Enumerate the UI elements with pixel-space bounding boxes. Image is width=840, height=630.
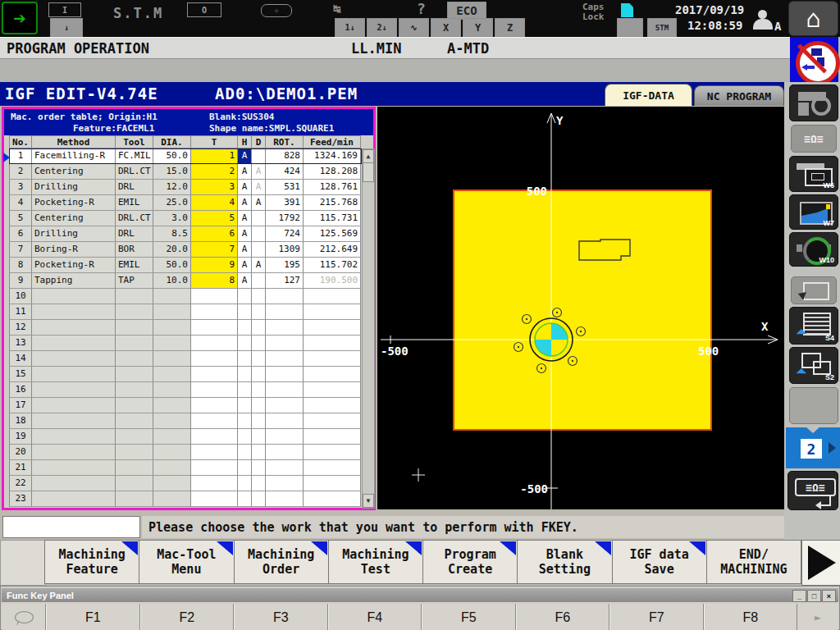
func-key-panel-titlebar[interactable]: Func Key Panel _ □ ×	[2, 588, 838, 602]
scroll-up-icon[interactable]: ▲	[363, 149, 374, 163]
fkey-button[interactable]: END/MACHINING	[707, 540, 801, 584]
home-button[interactable]: ⌂	[788, 1, 838, 36]
calculator-s4-icon[interactable]: S4	[789, 307, 838, 345]
fkey-button[interactable]: MachiningTest	[329, 540, 423, 584]
table-cell[interactable]: A	[252, 195, 266, 211]
table-cell[interactable]: 212.649	[304, 242, 361, 258]
table-row[interactable]: 16	[9, 382, 362, 398]
table-cell[interactable]	[252, 226, 266, 242]
machine-window-w6-icon[interactable]: W6	[789, 156, 838, 192]
table-row[interactable]: 11	[9, 304, 362, 320]
soft-fkey-f6[interactable]: F6	[516, 604, 610, 630]
table-row[interactable]: 12	[9, 320, 362, 336]
table-cell[interactable]: 3	[191, 180, 238, 195]
table-row[interactable]: 15	[9, 367, 362, 382]
table-cell[interactable]	[252, 148, 266, 164]
table-cell[interactable]: 424	[266, 164, 304, 180]
data-transfer-prohibited-icon[interactable]	[790, 37, 838, 82]
multi-window-s2-icon[interactable]: S2	[789, 347, 838, 384]
table-row[interactable]: 23	[9, 491, 362, 507]
work-light-icon[interactable]: ≡Ω≡	[791, 125, 837, 153]
table-cell[interactable]: 391	[266, 195, 304, 211]
fkey-more-button[interactable]: ►	[797, 604, 838, 630]
fkey-next-page-button[interactable]	[801, 540, 840, 586]
table-cell[interactable]: 128.761	[304, 180, 361, 195]
table-cell[interactable]: A	[238, 164, 252, 180]
table-cell[interactable]: A	[238, 226, 252, 242]
table-row[interactable]: 3DrillingDRL12.03AA531128.761	[9, 180, 362, 195]
maximize-button[interactable]: □	[807, 590, 821, 602]
command-input[interactable]	[2, 516, 140, 538]
table-cell[interactable]: 115.731	[304, 211, 361, 226]
table-row[interactable]: 22	[9, 476, 362, 491]
table-cell[interactable]: 1	[191, 148, 238, 164]
table-cell[interactable]: A	[238, 195, 252, 211]
window-select-icon[interactable]	[791, 276, 837, 304]
table-cell[interactable]: 6	[191, 226, 238, 242]
cycle-start-icon[interactable]: ➔	[2, 2, 38, 34]
table-cell[interactable]: 195	[266, 258, 304, 273]
screen-setting-icon[interactable]	[789, 84, 838, 121]
table-cell[interactable]: 1324.169	[304, 148, 361, 164]
table-row[interactable]: 10	[9, 289, 362, 304]
table-scrollbar[interactable]: ▲ ▼	[362, 148, 375, 509]
table-cell[interactable]: A	[252, 164, 266, 180]
table-cell[interactable]: A	[238, 211, 252, 226]
table-row[interactable]: 2CenteringDRL.CT15.02AA424128.208	[9, 164, 362, 180]
table-cell[interactable]: 1309	[266, 242, 304, 258]
soft-fkey-f5[interactable]: F5	[422, 604, 516, 630]
table-cell[interactable]: 5	[191, 211, 238, 226]
load-monitor-w7-icon[interactable]: W7	[789, 194, 838, 230]
table-row[interactable]: 18	[9, 413, 362, 429]
table-cell[interactable]: A	[252, 258, 266, 273]
fkey-button[interactable]: MachiningOrder	[235, 540, 329, 584]
table-row[interactable]: 5CenteringDRL.CT3.05A1792115.731	[9, 211, 362, 226]
table-row[interactable]: 4Pocketing-REMIL25.04AA391215.768	[9, 195, 362, 211]
table-cell[interactable]: A	[238, 148, 252, 164]
table-cell[interactable]: 1792	[266, 211, 304, 226]
table-cell[interactable]	[252, 273, 266, 289]
table-cell[interactable]	[252, 242, 266, 258]
tab-nc-program[interactable]: NC PROGRAM	[694, 85, 784, 106]
soft-fkey-f1[interactable]: F1	[46, 604, 140, 630]
table-cell[interactable]: 8	[191, 273, 238, 289]
soft-fkey-f4[interactable]: F4	[328, 604, 422, 630]
scroll-thumb[interactable]	[363, 162, 374, 182]
table-cell[interactable]: 115.702	[304, 258, 361, 273]
table-row[interactable]: 1Facemilling-RFC.MIL50.01A8281324.169	[9, 148, 362, 164]
table-row[interactable]: 9TappingTAP10.08A127190.500	[9, 273, 362, 289]
shape-preview-area[interactable]: Y X 500 -500 500 -500	[377, 107, 784, 509]
table-row[interactable]: 21	[9, 460, 362, 476]
light-setting-icon[interactable]: ≡Ω≡	[788, 471, 838, 510]
table-row[interactable]: 14	[9, 351, 362, 367]
table-cell[interactable]: 215.768	[304, 195, 361, 211]
soft-fkey-f3[interactable]: F3	[234, 604, 328, 630]
table-cell[interactable]: 9	[191, 258, 238, 273]
scroll-down-icon[interactable]: ▼	[363, 494, 374, 508]
table-row[interactable]: 17	[9, 398, 362, 413]
fkey-button[interactable]: Mac-ToolMenu	[139, 540, 234, 584]
table-row[interactable]: 13	[9, 336, 362, 351]
fkey-button[interactable]: IGF dataSave	[613, 540, 707, 584]
table-cell[interactable]: A	[238, 273, 252, 289]
table-cell[interactable]: 2	[191, 164, 238, 180]
table-cell[interactable]: 128.208	[304, 164, 361, 180]
spindle-monitor-w10-icon[interactable]: W10	[789, 232, 838, 267]
table-cell[interactable]: A	[252, 180, 266, 195]
soft-fkey-f7[interactable]: F7	[609, 604, 704, 630]
tab-igf-data[interactable]: IGF-DATA	[605, 84, 692, 106]
table-cell[interactable]: 4	[191, 195, 238, 211]
table-cell[interactable]: 127	[266, 273, 304, 289]
table-cell[interactable]: A	[238, 258, 252, 273]
soft-fkey-f2[interactable]: F2	[140, 604, 235, 630]
table-cell[interactable]: 7	[191, 242, 238, 258]
table-row[interactable]: 19	[9, 429, 362, 445]
table-cell[interactable]	[252, 211, 266, 226]
table-row[interactable]: 8Pocketing-REMIL50.09AA195115.702	[9, 258, 362, 273]
soft-fkey-f8[interactable]: F8	[704, 604, 798, 630]
minimize-button[interactable]: _	[792, 590, 806, 602]
fkey-button[interactable]: MachiningFeature	[44, 540, 139, 584]
table-cell[interactable]: 724	[266, 226, 304, 242]
table-cell[interactable]: A	[238, 242, 252, 258]
table-row[interactable]: 7Boring-RBOR20.07A1309212.649	[9, 242, 362, 258]
